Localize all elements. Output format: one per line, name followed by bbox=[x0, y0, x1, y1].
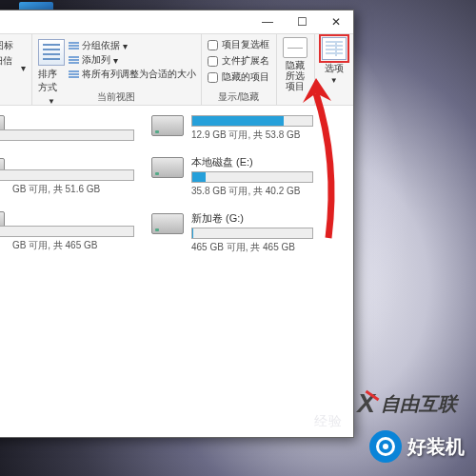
drive-item[interactable]: 新加卷 (G:) 465 GB 可用, 共 465 GB bbox=[151, 211, 313, 254]
minimize-button[interactable]: — bbox=[250, 10, 285, 33]
checkbox-file-extensions[interactable]: 文件扩展名 bbox=[208, 54, 269, 68]
drive-item[interactable]: 本地磁盘 (E:) 35.8 GB 可用, 共 40.2 GB bbox=[151, 155, 313, 198]
usage-bar bbox=[191, 228, 313, 239]
drive-item[interactable]: (D:) GB 可用, 共 51.6 GB bbox=[0, 156, 134, 196]
ribbon-group-showhide: 项目复选框 文件扩展名 隐藏的项目 显示/隐藏 bbox=[202, 34, 276, 105]
usage-bar bbox=[191, 115, 313, 127]
add-column-button[interactable]: 添加列 ▾ bbox=[69, 53, 196, 67]
checkbox-hidden-items[interactable]: 隐藏的项目 bbox=[208, 70, 269, 84]
column-icon bbox=[69, 56, 79, 65]
drive-capacity-text: GB 可用, 共 465 GB bbox=[12, 239, 134, 252]
group-icon bbox=[69, 42, 79, 50]
usage-bar bbox=[191, 171, 313, 183]
sort-icon bbox=[38, 39, 65, 66]
autosize-button[interactable]: 将所有列调整为合适的大小 bbox=[69, 68, 196, 81]
drive-icon bbox=[151, 115, 184, 136]
drive-name: 卷 (F:) bbox=[0, 209, 134, 224]
checkbox-item-checkboxes[interactable]: 项目复选框 bbox=[208, 38, 269, 51]
chevron-down-icon: ▼ bbox=[330, 76, 338, 85]
drive-item[interactable]: 12.9 GB 可用, 共 53.8 GB bbox=[151, 113, 313, 142]
watermark-brand-1: X 自由互联 bbox=[357, 388, 457, 419]
titlebar: — ☐ ✕ bbox=[0, 10, 353, 33]
drive-name: 本地磁盘 (E:) bbox=[191, 155, 313, 169]
ribbon: 小图标 详细信息 ▾ 排序方式 ▼ 分组依据 ▾ 添加列 ▾ 将所有列调整为合适… bbox=[0, 33, 353, 106]
hide-selected-button[interactable]: 隐藏 所选项目 bbox=[276, 34, 315, 105]
drive-icon bbox=[151, 213, 184, 234]
layout-details[interactable]: 详细信息 ▾ bbox=[0, 54, 26, 81]
autosize-icon bbox=[69, 70, 79, 79]
close-button[interactable]: ✕ bbox=[319, 10, 353, 33]
explorer-window: — ☐ ✕ 小图标 详细信息 ▾ 排序方式 ▼ bbox=[0, 10, 354, 438]
x-logo-icon: X bbox=[357, 388, 375, 419]
drive-item[interactable]: 卷 (F:) GB 可用, 共 465 GB bbox=[0, 209, 134, 252]
options-button[interactable]: 选项 ▼ bbox=[315, 34, 354, 105]
drive-icon bbox=[151, 157, 184, 178]
layout-small-icons[interactable]: 小图标 bbox=[0, 39, 26, 52]
ribbon-group-view: 排序方式 ▼ 分组依据 ▾ 添加列 ▾ 将所有列调整为合适的大小 当前视图 bbox=[32, 34, 202, 105]
drive-capacity-text: 465 GB 可用, 共 465 GB bbox=[191, 241, 313, 254]
drive-name: (D:) bbox=[0, 156, 134, 168]
ribbon-group-layout: 小图标 详细信息 ▾ bbox=[0, 34, 32, 105]
drive-list: 运行百度网盘 (D:) GB 可用, 共 51.6 GB 卷 (F:) GB 可… bbox=[0, 106, 353, 437]
dropdown-icon: ▾ bbox=[21, 63, 26, 73]
drive-item[interactable]: 运行百度网盘 bbox=[0, 113, 134, 143]
hide-icon bbox=[283, 37, 307, 58]
group-by-button[interactable]: 分组依据 ▾ bbox=[69, 39, 196, 52]
maximize-button[interactable]: ☐ bbox=[285, 10, 319, 33]
usage-bar bbox=[0, 129, 134, 141]
usage-bar bbox=[0, 226, 134, 237]
usage-bar bbox=[0, 169, 134, 181]
group-label-showhide: 显示/隐藏 bbox=[202, 90, 276, 104]
drive-name: 运行百度网盘 bbox=[0, 113, 134, 128]
drive-name: 新加卷 (G:) bbox=[191, 211, 313, 226]
drive-capacity-text: 12.9 GB 可用, 共 53.8 GB bbox=[191, 129, 313, 142]
camera-logo-icon bbox=[369, 430, 402, 463]
drive-capacity-text: 35.8 GB 可用, 共 40.2 GB bbox=[191, 185, 313, 198]
options-icon bbox=[322, 37, 347, 60]
drive-capacity-text: GB 可用, 共 51.6 GB bbox=[12, 183, 134, 196]
watermark-faint: 经验 bbox=[314, 413, 343, 430]
watermark-brand-2: 好装机 bbox=[369, 430, 465, 463]
group-label-view: 当前视图 bbox=[32, 90, 201, 104]
